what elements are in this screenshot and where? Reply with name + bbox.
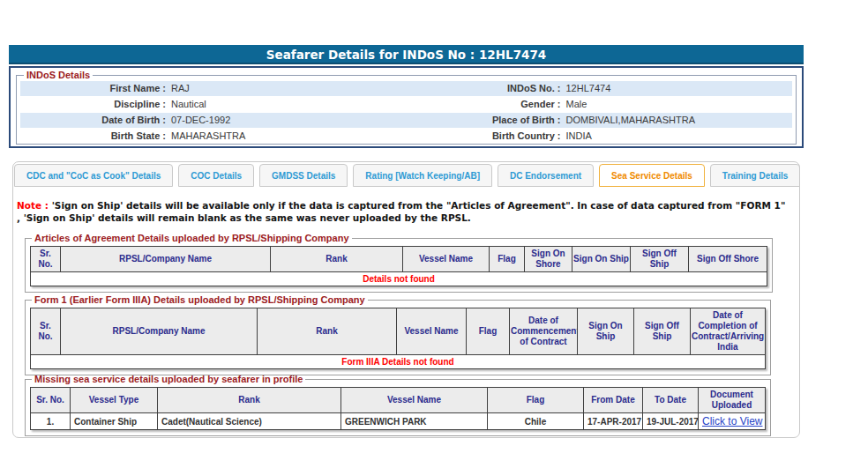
place-of-birth-value: DOMBIVALI,MAHARASHTRA [561, 113, 793, 128]
col-date-of-commencement: Date of Commencement of Contract [510, 308, 578, 355]
birth-state-label: Birth State : [20, 129, 166, 144]
tab-cdc-coc-as-cook-details[interactable]: CDC and "CoC as Cook" Details [14, 164, 173, 187]
birth-state-value: MAHARASHTRA [166, 129, 398, 144]
col-vessel-type: Vessel Type [71, 388, 158, 413]
sea-service-details-panel: Note : 'Sign on Ship' details will be av… [12, 161, 800, 438]
cell-sr-no: 1. [31, 413, 71, 430]
first-name-label: First Name : [20, 81, 166, 96]
col-vessel-name: Vessel Name [403, 247, 490, 272]
click-to-view-link[interactable]: Click to View [702, 415, 762, 427]
col-to-date: To Date [643, 388, 699, 413]
tab-rating-watch-keeping-ab[interactable]: Rating [Watch Keeping/AB] [353, 164, 492, 187]
note-text: Note : 'Sign on Ship' details will be av… [17, 199, 788, 224]
col-sr-no: Sr. No. [31, 247, 61, 272]
note-body: 'Sign on Ship' details will be available… [17, 200, 785, 223]
col-date-of-completion: Date of Completion of Contract/Arriving … [691, 308, 766, 355]
cell-to-date: 19-JUL-2017 [643, 413, 699, 430]
tab-sea-service-details[interactable]: Sea Service Details [599, 164, 705, 187]
form1-legend: Form 1 (Earlier Form IIIA) Details uploa… [32, 294, 368, 305]
missing-sea-service-legend: Missing sea service details uploaded by … [32, 374, 305, 384]
missing-sea-service-fieldset: Missing sea service details uploaded by … [25, 374, 771, 436]
articles-of-agreement-fieldset: Articles of Agreement Details uploaded b… [25, 233, 773, 293]
place-of-birth-label: Place of Birth : [398, 113, 561, 128]
col-sr-no: Sr. No. [31, 308, 61, 355]
discipline-value: Nautical [166, 97, 398, 112]
col-sign-on-ship: Sign On Ship [572, 247, 631, 272]
birth-country-value: INDIA [561, 129, 793, 144]
table-row: 1. Container Ship Cadet(Nautical Science… [31, 413, 766, 430]
indos-details-box: INDoS Details First Name : RAJ INDoS No.… [9, 66, 804, 148]
col-sign-off-ship: Sign Off Ship [634, 308, 691, 355]
col-sign-off-shore: Sign Off Shore [689, 247, 767, 272]
tab-strip: CDC and "CoC as Cook" Details COC Detail… [12, 164, 800, 187]
col-rank: Rank [271, 247, 403, 272]
col-rank: Rank [258, 308, 397, 355]
cell-flag: Chile [488, 413, 584, 430]
missing-sea-service-table: Sr. No. Vessel Type Rank Vessel Name Fla… [30, 387, 766, 430]
form1-empty-message: Form IIIA Details not found [31, 355, 766, 369]
col-sign-on-ship: Sign On Ship [578, 308, 634, 355]
articles-of-agreement-legend: Articles of Agreement Details uploaded b… [32, 233, 352, 243]
discipline-label: Discipline : [20, 97, 166, 112]
cell-from-date: 17-APR-2017 [584, 413, 643, 430]
col-rpsl-company-name: RPSL/Company Name [61, 308, 258, 355]
note-prefix: Note : [17, 200, 49, 211]
tab-gmdss-details[interactable]: GMDSS Details [259, 164, 348, 187]
col-from-date: From Date [584, 388, 643, 413]
indos-details-fieldset: INDoS Details First Name : RAJ INDoS No.… [16, 70, 797, 145]
col-flag: Flag [467, 308, 510, 355]
cell-rank: Cadet(Nautical Science) [158, 413, 341, 430]
col-flag: Flag [488, 388, 584, 413]
indos-no-value: 12HL7474 [561, 81, 793, 96]
col-sr-no: Sr. No. [31, 388, 71, 413]
tab-training-details[interactable]: Training Details [710, 164, 800, 187]
col-document-uploaded: Document Uploaded [699, 388, 766, 413]
cell-document-uploaded: Click to View [699, 413, 766, 430]
form1-fieldset: Form 1 (Earlier Form IIIA) Details uploa… [25, 294, 771, 375]
tab-coc-details[interactable]: COC Details [178, 164, 254, 187]
articles-empty-message: Details not found [31, 272, 767, 286]
missing-header-row: Sr. No. Vessel Type Rank Vessel Name Fla… [31, 388, 766, 413]
col-vessel-name: Vessel Name [341, 388, 488, 413]
col-rank: Rank [158, 388, 341, 413]
indos-details-legend: INDoS Details [24, 70, 93, 80]
indos-row-3: Date of Birth : 07-DEC-1992 Place of Bir… [20, 113, 792, 128]
page-title: Seafarer Details for INDoS No : 12HL7474 [9, 45, 804, 64]
indos-row-4: Birth State : MAHARASHTRA Birth Country … [20, 129, 792, 144]
birth-country-label: Birth Country : [398, 129, 561, 144]
col-flag: Flag [490, 247, 525, 272]
articles-of-agreement-table: Sr. No. RPSL/Company Name Rank Vessel Na… [30, 246, 767, 286]
indos-no-label: INDoS No. : [398, 81, 561, 96]
form1-empty-row: Form IIIA Details not found [31, 355, 766, 369]
col-sign-on-shore: Sign On Shore [525, 247, 572, 272]
date-of-birth-value: 07-DEC-1992 [166, 113, 398, 128]
articles-header-row: Sr. No. RPSL/Company Name Rank Vessel Na… [31, 247, 767, 272]
articles-empty-row: Details not found [31, 272, 767, 286]
indos-row-1: First Name : RAJ INDoS No. : 12HL7474 [20, 81, 792, 96]
gender-value: Male [561, 97, 793, 112]
col-rpsl-company-name: RPSL/Company Name [61, 247, 271, 272]
cell-vessel-name: GREENWICH PARK [341, 413, 488, 430]
indos-row-2: Discipline : Nautical Gender : Male [20, 97, 792, 112]
form1-header-row: Sr. No. RPSL/Company Name Rank Vessel Na… [31, 308, 766, 355]
col-sign-off-ship: Sign Off Ship [631, 247, 689, 272]
form1-table: Sr. No. RPSL/Company Name Rank Vessel Na… [30, 308, 766, 369]
tab-dc-endorsement[interactable]: DC Endorsement [498, 164, 594, 187]
first-name-value: RAJ [166, 81, 398, 96]
date-of-birth-label: Date of Birth : [20, 113, 166, 128]
gender-label: Gender : [398, 97, 561, 112]
cell-vessel-type: Container Ship [71, 413, 158, 430]
col-vessel-name: Vessel Name [397, 308, 467, 355]
